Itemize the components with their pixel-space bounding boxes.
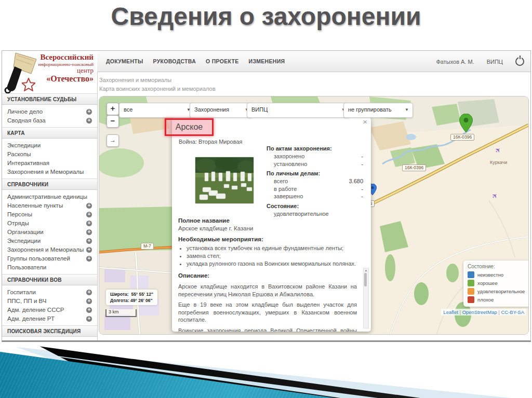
plus-icon[interactable]: + (86, 307, 92, 313)
plus-icon[interactable]: + (86, 229, 92, 235)
sidebar-header-fate[interactable]: УСТАНОВЛЕНИЕ СУДЬБЫ (2, 93, 97, 105)
scrollbar-thumb[interactable] (364, 273, 367, 286)
sidebar-item-burials-memorials[interactable]: Захоронения и Мемориалы (2, 168, 97, 176)
map-attribution: Leaflet | OpenStreetMap | CC-BY-SA (441, 309, 526, 315)
close-icon[interactable]: × (363, 117, 367, 126)
sidebar-item-squads[interactable]: Отряды+ (2, 219, 97, 228)
legend-swatch-good (468, 280, 474, 286)
attribution-separator: | (460, 309, 461, 315)
legend-swatch-bad (468, 296, 474, 303)
green-map-pin[interactable] (459, 114, 473, 132)
stat-value: - (361, 185, 363, 193)
sidebar-item-personal-file[interactable]: Личное дело+ (2, 107, 97, 116)
power-icon[interactable] (515, 57, 524, 66)
user-menu[interactable]: Фатыхов А. М. (436, 59, 474, 65)
plus-icon[interactable]: + (86, 256, 92, 262)
sidebar-item-settlements[interactable]: Населенные пункты+ (2, 201, 97, 210)
sidebar-item-ussr-division[interactable]: Адм. деление СССР+ (2, 306, 97, 314)
sidebar-item-summary-base[interactable]: Сводная база+ (2, 116, 97, 125)
measure-item: установка всех тумбочек на единые фундам… (187, 244, 361, 252)
sidebar-item-user-groups[interactable]: Группы пользователей+ (2, 254, 97, 263)
sidebar-item-label: Пользователи (7, 264, 46, 270)
nav-manuals[interactable]: РУКОВОДСТВА (153, 58, 196, 64)
plus-icon[interactable]: + (86, 221, 92, 226)
legend-row: неизвестно (468, 271, 528, 278)
sidebar-header-directories[interactable]: СПРАВОЧНИКИ (2, 179, 97, 190)
sidebar-item-hospitals[interactable]: Госпитали+ (2, 288, 97, 297)
sidebar-item-rt-division[interactable]: Адм. деление РТ+ (2, 314, 97, 323)
top-nav: ДОКУМЕНТЫ РУКОВОДСТВА О ПРОЕКТЕ ИЗМЕНЕНИ… (97, 51, 530, 72)
plus-icon[interactable]: + (86, 238, 92, 244)
lon-label: Долгота: (110, 298, 129, 303)
stat-value: 3.680 (349, 177, 363, 185)
org-menu[interactable]: ВИПЦ (487, 59, 503, 65)
measure-item: укладка рулонного газона на Воинских мем… (187, 260, 361, 268)
sidebar-item-expeditions-dir[interactable]: Экспедиции+ (2, 237, 97, 245)
plus-icon[interactable]: + (86, 247, 92, 253)
sidebar-item-burials-dir[interactable]: Захоронения и Мемориалы+ (2, 245, 97, 254)
stat-row: удовлетворительное (267, 210, 364, 218)
coordinates-box: Широта: 55° 55' 12" Долгота: 49° 26' 06" (106, 290, 157, 305)
osm-link[interactable]: OpenStreetMap (462, 309, 497, 315)
plus-icon[interactable]: + (86, 109, 92, 115)
leaflet-link[interactable]: Leaflet (443, 309, 458, 315)
nav-changes[interactable]: ИЗМЕНЕНИЯ (249, 58, 285, 64)
decoration-sliver (0, 337, 532, 398)
zoom-out-button[interactable]: − (107, 115, 119, 128)
filter-dropdown-burials[interactable]: Захоронения▼ (190, 103, 253, 118)
sidebar-item-excavations[interactable]: Раскопы (2, 150, 97, 159)
stat-value: - (361, 160, 363, 168)
filter-dropdown-grouping[interactable]: не группировать▼ (343, 103, 413, 118)
sidebar-header-map[interactable]: КАРТА (2, 127, 97, 139)
sidebar-item-pps[interactable]: ППС, ПП и ВЧ+ (2, 297, 97, 306)
legend-title: Состояние: (468, 264, 528, 269)
sidebar-header-ww2-directories[interactable]: СПРАВОЧНИКИ ВОВ (2, 274, 97, 285)
plus-icon[interactable]: + (86, 203, 92, 209)
plus-icon[interactable]: + (86, 290, 92, 295)
logo-line: «Отечество» (38, 74, 94, 84)
full-name-value: Арское кладбище г. Казани (178, 225, 361, 232)
filter-dropdown-vipc[interactable]: ВИПЦ▼ (247, 103, 350, 118)
sidebar-header-search-expedition[interactable]: ПОИСКОВАЯ ЭКСПЕДИЦИЯ (2, 325, 97, 337)
breadcrumb-line-1[interactable]: Захоронения и мемориалы (99, 76, 216, 85)
license-link[interactable]: CC-BY-SA (501, 309, 524, 315)
description-paragraph: Арское кладбище находится в Вахитовском … (178, 283, 357, 298)
sidebar-item-label: Группы пользователей (7, 255, 70, 262)
decoration-teal-triangle (0, 337, 532, 398)
sidebar-item-label: ППС, ПП и ВЧ (7, 298, 46, 304)
road-label: 16К-0396 (402, 164, 426, 171)
stat-row: установлено- (267, 160, 364, 168)
sidebar-item-label: Населенные пункты (7, 202, 63, 209)
stat-label: удовлетворительное (274, 211, 329, 217)
logo-text: Всероссийский информационно-поисковый це… (38, 53, 94, 84)
sidebar-item-users[interactable]: Пользователи (2, 263, 97, 272)
sidebar-item-organizations[interactable]: Организации+ (2, 228, 97, 237)
stat-label: завершено (274, 193, 303, 199)
description-scrollbar[interactable]: ▲ (363, 268, 369, 328)
road-label: 16К-0396 (450, 134, 474, 141)
sidebar-item-admin-units[interactable]: Административные единицы (2, 193, 97, 201)
sidebar-item-label: Интерактивная (7, 160, 49, 166)
scroll-up-icon[interactable]: ▲ (364, 269, 368, 272)
pan-arrow-button[interactable]: → (107, 134, 119, 147)
sidebar-item-persons[interactable]: Персоны+ (2, 210, 97, 219)
dropdown-value: Захоронения (194, 106, 229, 113)
map-canvas[interactable]: + − → все▼ Захоронения▼ ВИПЦ▼ не группир… (99, 97, 528, 334)
nav-about[interactable]: О ПРОЕКТЕ (206, 58, 238, 64)
plus-icon[interactable]: + (86, 118, 92, 123)
plus-icon[interactable]: + (86, 316, 92, 322)
measure-item: замена стел; (187, 252, 361, 260)
filter-dropdown-all[interactable]: все▼ (119, 103, 195, 118)
breadcrumb: Захоронения и мемориалы Карта воинских з… (99, 76, 216, 93)
sidebar-item-expeditions[interactable]: Экспедиции (2, 141, 97, 150)
legend-row: хорошее (468, 280, 528, 286)
zoom-in-button[interactable]: + (107, 103, 119, 115)
stats-group-header: Состояние: (267, 203, 364, 209)
nav-documents[interactable]: ДОКУМЕНТЫ (106, 58, 143, 64)
plus-icon[interactable]: + (86, 212, 92, 217)
sidebar-item-label: Госпитали (7, 289, 36, 295)
measures-list: установка всех тумбочек на единые фундам… (178, 244, 361, 268)
measures-label: Необходимые мероприятия: (178, 236, 361, 243)
sidebar-item-interactive[interactable]: Интерактивная (2, 159, 97, 168)
plus-icon[interactable]: + (86, 298, 92, 304)
